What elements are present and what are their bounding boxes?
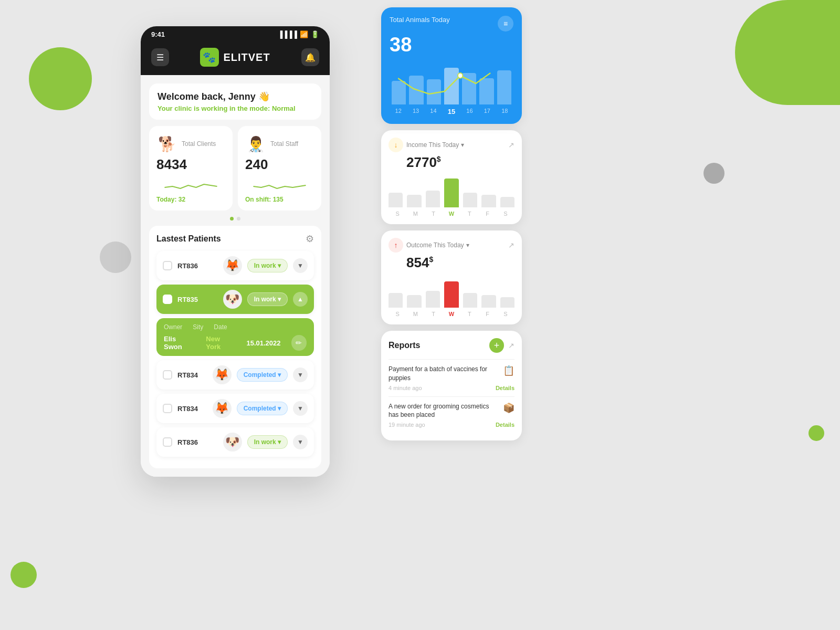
outcome-label-m: M xyxy=(406,311,424,317)
reports-add-button[interactable]: + xyxy=(489,338,504,353)
income-value: 2770$ xyxy=(406,154,514,171)
outcome-icon: ↑ xyxy=(388,238,403,253)
income-label-m: M xyxy=(406,211,424,217)
expand-btn-rt834-2[interactable]: ▼ xyxy=(293,401,308,416)
filter-button[interactable]: ⚙ xyxy=(306,233,314,245)
subtitle-text: Your clinic is working in the mode: xyxy=(158,104,270,112)
staff-value: 240 xyxy=(245,156,314,173)
status-time: 9:41 xyxy=(151,30,165,38)
income-label-f: F xyxy=(478,211,496,217)
arrow-down-icon: ↓ xyxy=(394,141,398,149)
status-badge-rt834-1[interactable]: Completed ▾ xyxy=(237,368,288,382)
report-text-grooming: A new order for grooming cosmetics has b… xyxy=(388,402,499,420)
report-time-grooming: 19 minute ago xyxy=(388,422,425,428)
income-label-t1: T xyxy=(425,211,443,217)
deco-circle-gray-left xyxy=(100,242,131,273)
deco-circle-green-topleft xyxy=(29,47,92,110)
expand-btn-rt836-2[interactable]: ▼ xyxy=(293,435,308,449)
income-card-inner: ↓ Income This Today ▾ ↗ 2770$ xyxy=(381,130,522,224)
reports-actions: + ↗ xyxy=(489,338,514,353)
city-label: Sity xyxy=(193,323,203,331)
detail-labels: Owner Sity Date xyxy=(164,323,307,331)
patient-row-rt834-2[interactable]: RT834 🦊 Completed ▾ ▼ xyxy=(156,394,314,423)
income-bar-s2 xyxy=(500,197,514,207)
dot-1[interactable] xyxy=(230,217,234,220)
income-bar-t1 xyxy=(426,191,440,207)
pet-avatar-rt835: 🐶 xyxy=(223,290,242,309)
patient-checkbox-rt836-2[interactable] xyxy=(163,437,172,447)
patient-id-rt834-2: RT834 xyxy=(177,405,207,413)
owner-value: Elis Swon xyxy=(164,335,195,351)
animals-menu-button[interactable]: ≡ xyxy=(498,16,513,32)
clients-avatar: 🐕 xyxy=(156,133,177,154)
line-chart-overlay xyxy=(398,62,505,107)
edit-button-rt835[interactable]: ✏ xyxy=(291,335,307,351)
patients-header: Lastest Patients ⚙ xyxy=(156,233,314,245)
patient-row-rt834-1[interactable]: RT834 🦊 Completed ▾ ▼ xyxy=(156,360,314,390)
patient-row-rt836-2[interactable]: RT836 🐶 In work ▾ ▼ xyxy=(156,427,314,457)
mode-badge: Normal xyxy=(272,104,296,112)
report-details-vaccines[interactable]: Details xyxy=(496,385,514,391)
patient-checkbox-rt834-1[interactable] xyxy=(163,370,172,380)
owner-label: Owner xyxy=(164,323,182,331)
clients-wave xyxy=(156,177,225,193)
outcome-title: Outcome This Today ▾ xyxy=(406,242,469,249)
animals-value: 38 xyxy=(390,34,513,56)
income-label-s1: S xyxy=(388,211,406,217)
outcome-label-t2: T xyxy=(460,311,478,317)
stat-header-staff: 👨‍⚕️ Total Staff xyxy=(245,133,314,154)
patients-title: Lastest Patients xyxy=(156,234,221,244)
patient-row-rt836-1[interactable]: RT836 🦊 In work ▾ ▼ xyxy=(156,251,314,280)
animals-title: Total Animals Today xyxy=(390,16,450,24)
income-expand-button[interactable]: ↗ xyxy=(508,141,514,149)
status-badge-rt834-2[interactable]: Completed ▾ xyxy=(237,402,288,415)
outcome-dropdown-icon[interactable]: ▾ xyxy=(466,242,469,249)
animals-header: Total Animals Today ≡ xyxy=(390,16,513,32)
phone: 9:41 ▐▐▐▐ 📶 🔋 ☰ 🐾 ELITVET 🔔 W xyxy=(141,26,330,477)
report-details-grooming[interactable]: Details xyxy=(496,422,514,428)
outcome-value: 854$ xyxy=(406,255,514,271)
pet-avatar-rt836-1: 🦊 xyxy=(223,256,242,275)
income-dropdown-icon[interactable]: ▾ xyxy=(461,141,464,149)
outcome-expand-button[interactable]: ↗ xyxy=(508,241,514,249)
patient-checkbox-rt835[interactable] xyxy=(163,295,172,304)
staff-avatar: 👨‍⚕️ xyxy=(245,133,266,154)
patient-checkbox-rt834-2[interactable] xyxy=(163,404,172,413)
outcome-card-inner: ↑ Outcome This Today ▾ ↗ 854$ xyxy=(381,230,522,324)
outcome-bar-s2 xyxy=(500,297,514,308)
status-badge-rt835[interactable]: In work ▾ xyxy=(247,292,288,306)
app-header: ☰ 🐾 ELITVET 🔔 xyxy=(141,43,330,75)
outcome-bar-s1 xyxy=(388,293,403,308)
status-icons: ▐▐▐▐ 📶 🔋 xyxy=(278,30,319,38)
outcome-title-row: ↑ Outcome This Today ▾ xyxy=(388,238,469,253)
dot-2[interactable] xyxy=(237,217,240,220)
report-row-vaccines: Payment for a batch of vaccines for pupp… xyxy=(388,365,514,383)
animals-chart-wrap xyxy=(390,62,513,104)
expand-btn-rt834-1[interactable]: ▼ xyxy=(293,368,308,382)
notification-button[interactable]: 🔔 xyxy=(301,48,319,66)
patients-section: Lastest Patients ⚙ RT836 🦊 In work ▾ ▼ R… xyxy=(149,226,321,468)
signal-icon: ▐▐▐▐ xyxy=(278,30,297,38)
income-week-labels: S M T W T F S xyxy=(388,211,514,217)
phone-container: 9:41 ▐▐▐▐ 📶 🔋 ☰ 🐾 ELITVET 🔔 W xyxy=(141,26,330,477)
income-header: ↓ Income This Today ▾ ↗ xyxy=(388,138,514,152)
expand-btn-rt835[interactable]: ▲ xyxy=(293,292,308,307)
date-label: Date xyxy=(214,323,227,331)
pet-avatar-rt834-1: 🦊 xyxy=(213,365,232,384)
outcome-label-s2: S xyxy=(497,311,514,317)
income-title-row: ↓ Income This Today ▾ xyxy=(388,138,464,152)
income-label-w: W xyxy=(443,211,460,217)
menu-button[interactable]: ☰ xyxy=(151,48,169,66)
status-badge-rt836-1[interactable]: In work ▾ xyxy=(247,259,288,272)
pet-avatar-rt834-2: 🦊 xyxy=(213,399,232,418)
status-badge-rt836-2[interactable]: In work ▾ xyxy=(247,435,288,449)
expand-btn-rt836-1[interactable]: ▼ xyxy=(293,258,308,273)
income-bar-s1 xyxy=(388,193,403,207)
report-icon-vaccines: 📋 xyxy=(503,365,514,376)
patient-checkbox-rt836-1[interactable] xyxy=(163,261,172,270)
patient-row-rt835[interactable]: RT835 🐶 In work ▾ ▲ xyxy=(156,285,314,314)
reports-expand-button[interactable]: ↗ xyxy=(508,341,514,350)
staff-label: Total Staff xyxy=(270,140,298,148)
patient-id-rt836-2: RT836 xyxy=(177,438,218,446)
outcome-label-f: F xyxy=(478,311,496,317)
